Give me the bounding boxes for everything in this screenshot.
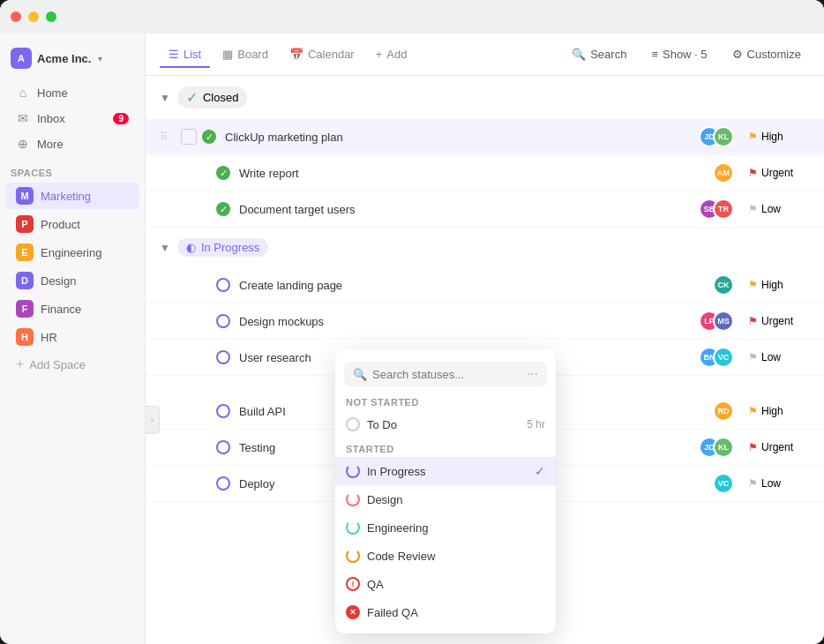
- customize-button[interactable]: ⚙ Customize: [723, 43, 810, 65]
- task-status-icon[interactable]: [216, 404, 230, 418]
- tab-board[interactable]: ▦ Board: [213, 42, 277, 68]
- task-row[interactable]: Design mockups LP MS ⚑ Urgent: [146, 303, 824, 340]
- avatar: CK: [713, 274, 734, 296]
- minimize-button[interactable]: [28, 11, 39, 22]
- task-status-icon[interactable]: [216, 476, 230, 490]
- workspace-switcher[interactable]: A Acme Inc. ▾: [0, 41, 145, 76]
- task-name: Create landing page: [239, 279, 713, 292]
- more-options-icon[interactable]: ···: [527, 366, 538, 382]
- task-avatars: BN VC: [699, 347, 734, 368]
- task-name: Design mockups: [239, 315, 699, 328]
- spaces-label: Spaces: [0, 161, 145, 182]
- task-row[interactable]: ✓ Document target users SB TR ⚑ Low: [146, 191, 824, 228]
- task-avatars: CK: [713, 274, 734, 296]
- window: A Acme Inc. ▾ ⌂ Home ✉ Inbox 9 ⊕ More: [0, 0, 824, 644]
- priority-badge: ⚑ Low: [748, 203, 810, 215]
- engineering-status-icon: [346, 520, 360, 535]
- inbox-icon: ✉: [16, 111, 30, 125]
- add-space-button[interactable]: + Add Space: [5, 352, 139, 377]
- sidebar-item-marketing[interactable]: M Marketing: [5, 183, 139, 209]
- group-badge-closed[interactable]: ✓ Closed: [177, 86, 247, 109]
- tab-add[interactable]: + Add: [367, 42, 416, 68]
- task-status-icon[interactable]: ✓: [216, 202, 230, 216]
- dropdown-item-codereview[interactable]: Code Review: [335, 542, 556, 570]
- priority-badge: ⚑ High: [748, 279, 810, 291]
- task-avatars: AM: [713, 162, 734, 183]
- space-label: Design: [41, 274, 76, 288]
- dropdown-search-area: 🔍 ···: [335, 356, 556, 392]
- task-checkbox[interactable]: [181, 129, 197, 145]
- closed-status-icon: ✓: [186, 89, 198, 106]
- tab-calendar[interactable]: 📅 Calendar: [281, 42, 363, 68]
- sidebar-item-product[interactable]: P Product: [5, 211, 139, 237]
- task-row[interactable]: ✓ Write report AM ⚑ Urgent: [146, 155, 824, 191]
- drag-handle-icon[interactable]: ⠿: [160, 131, 168, 143]
- app-body: A Acme Inc. ▾ ⌂ Home ✉ Inbox 9 ⊕ More: [0, 34, 824, 644]
- search-icon: 🔍: [572, 48, 586, 61]
- dropdown-section-label: STARTED: [335, 438, 556, 457]
- group-badge-inprogress[interactable]: ◐ In Progress: [177, 238, 268, 257]
- group-header-inprogress: ▼ ◐ In Progress: [146, 228, 824, 267]
- inprogress-status-icon: [346, 464, 360, 478]
- maximize-button[interactable]: [46, 11, 56, 22]
- dropdown-item-label: QA: [367, 578, 384, 591]
- group-label-inprogress: In Progress: [201, 241, 259, 254]
- tab-list[interactable]: ☰ List: [160, 42, 210, 68]
- task-name: Document target users: [239, 203, 699, 216]
- group-toggle-inprogress[interactable]: ▼: [160, 242, 170, 254]
- flag-icon: ⚑: [748, 167, 758, 179]
- priority-badge: ⚑ High: [748, 131, 810, 143]
- sidebar-item-more[interactable]: ⊕ More: [5, 131, 139, 156]
- sidebar-item-inbox[interactable]: ✉ Inbox 9: [5, 106, 139, 131]
- task-status-icon[interactable]: ✓: [202, 130, 216, 144]
- priority-label: High: [761, 279, 783, 291]
- task-status-icon[interactable]: [216, 314, 230, 328]
- sidebar-item-hr[interactable]: H HR: [5, 324, 139, 350]
- list-icon: ☰: [169, 48, 179, 61]
- task-avatars: LP MS: [699, 311, 734, 332]
- inbox-badge: 9: [113, 113, 129, 124]
- sidebar-item-home[interactable]: ⌂ Home: [5, 80, 139, 105]
- dropdown-item-design[interactable]: Design: [335, 485, 556, 513]
- check-icon: ✓: [535, 464, 545, 478]
- show-icon: ≡: [651, 48, 658, 61]
- task-status-icon[interactable]: [216, 440, 230, 454]
- status-search-input[interactable]: [372, 368, 521, 381]
- main-content: ☰ List ▦ Board 📅 Calendar + Add 🔍: [146, 34, 824, 644]
- dropdown-item-qa[interactable]: ! QA: [335, 570, 556, 598]
- flag-icon: ⚑: [748, 477, 758, 490]
- sidebar-item-engineering[interactable]: E Engineering: [5, 239, 139, 266]
- task-status-icon[interactable]: [216, 278, 230, 292]
- priority-badge: ⚑ Urgent: [748, 167, 810, 179]
- priority-badge: ⚑ Low: [748, 351, 810, 363]
- priority-label: High: [761, 405, 783, 417]
- avatar: RD: [713, 401, 734, 422]
- priority-badge: ⚑ Urgent: [748, 315, 810, 327]
- more-icon: ⊕: [16, 137, 30, 151]
- dropdown-section-label: NOT STARTED: [335, 392, 556, 410]
- dropdown-item-inprogress[interactable]: In Progress ✓: [335, 457, 556, 485]
- search-button[interactable]: 🔍 Search: [563, 43, 635, 65]
- dropdown-item-todo[interactable]: To Do 5 hr: [335, 410, 556, 438]
- workspace-name: Acme Inc.: [37, 52, 91, 65]
- task-status-icon[interactable]: [216, 350, 230, 364]
- task-row[interactable]: Create landing page CK ⚑ High: [146, 267, 824, 303]
- show-button[interactable]: ≡ Show · 5: [642, 43, 715, 65]
- group-toggle-closed[interactable]: ▼: [160, 92, 170, 104]
- workspace-icon: A: [11, 48, 32, 69]
- task-avatars: JD KL: [699, 437, 734, 458]
- sidebar-collapse-button[interactable]: ›: [146, 406, 160, 434]
- space-label: Engineering: [41, 246, 101, 259]
- search-icon: 🔍: [353, 368, 367, 381]
- priority-badge: ⚑ Urgent: [748, 441, 810, 453]
- task-row[interactable]: ⠿ ✓ ClickUp marketing plan JD KL ⚑ High: [146, 119, 824, 155]
- flag-icon: ⚑: [748, 315, 758, 327]
- dropdown-item-failedqa[interactable]: ✕ Failed QA: [335, 598, 556, 626]
- tab-label: Board: [237, 48, 268, 61]
- close-button[interactable]: [11, 11, 21, 22]
- task-status-icon[interactable]: ✓: [216, 166, 230, 180]
- sidebar-item-finance[interactable]: F Finance: [5, 296, 139, 322]
- dropdown-item-engineering[interactable]: Engineering: [335, 513, 556, 542]
- sidebar-item-design[interactable]: D Design: [5, 267, 139, 294]
- flag-icon: ⚑: [748, 351, 758, 363]
